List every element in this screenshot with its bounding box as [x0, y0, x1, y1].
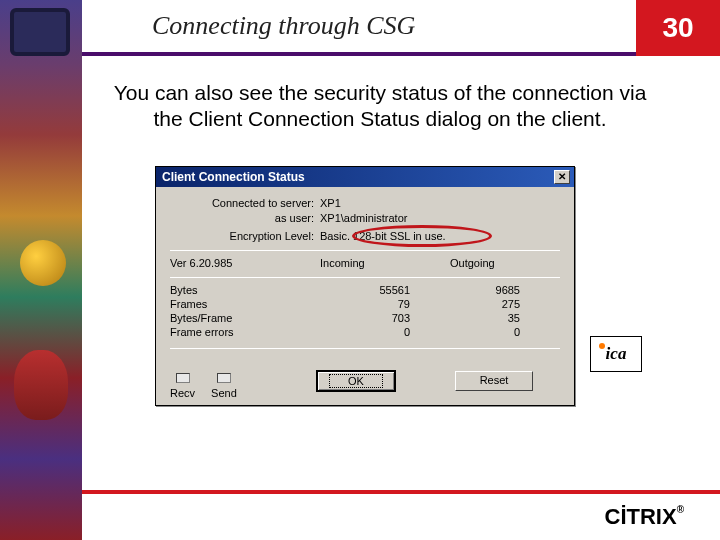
citrix-logo-text: CİTRIX	[605, 504, 677, 529]
stat-name: Frame errors	[170, 326, 320, 338]
column-incoming: Incoming	[320, 257, 450, 269]
registered-mark: ®	[677, 504, 684, 515]
reset-button[interactable]: Reset	[455, 371, 533, 391]
send-led-icon	[217, 373, 231, 383]
slide-body-text: You can also see the security status of …	[100, 80, 660, 133]
stat-incoming: 79	[320, 298, 450, 310]
label-encryption-level: Encryption Level:	[170, 230, 320, 242]
ica-logo-dot-icon	[599, 343, 605, 349]
separator	[170, 250, 560, 251]
separator	[170, 348, 560, 349]
stat-name: Bytes	[170, 284, 320, 296]
stat-incoming: 0	[320, 326, 450, 338]
dialog-title: Client Connection Status	[162, 170, 305, 184]
stat-outgoing: 35	[450, 312, 560, 324]
send-label: Send	[211, 387, 237, 399]
stat-outgoing: 9685	[450, 284, 560, 296]
dialog-titlebar[interactable]: Client Connection Status ✕	[156, 167, 574, 187]
slide-decorative-sidebar	[0, 0, 82, 540]
value-connected-server: XP1	[320, 197, 560, 209]
table-row: Bytes 55561 9685	[170, 284, 560, 296]
stat-outgoing: 0	[450, 326, 560, 338]
client-connection-status-dialog: Client Connection Status ✕ Connected to …	[155, 166, 575, 406]
ica-logo-text: ica	[606, 344, 627, 364]
table-row: Frame errors 0 0	[170, 326, 560, 338]
stat-incoming: 703	[320, 312, 450, 324]
slide-title: Connecting through CSG	[82, 0, 636, 56]
stat-name: Bytes/Frame	[170, 312, 320, 324]
close-button[interactable]: ✕	[554, 170, 570, 184]
slide-number: 30	[636, 0, 720, 56]
slide-footer: CİTRIX®	[82, 490, 720, 540]
ok-button-label: OK	[329, 374, 383, 388]
stat-name: Frames	[170, 298, 320, 310]
slide-header: Connecting through CSG 30	[82, 0, 720, 56]
version-label: Ver 6.20.985	[170, 257, 320, 269]
send-indicator: Send	[211, 373, 237, 399]
value-as-user: XP1\administrator	[320, 212, 560, 224]
recv-label: Recv	[170, 387, 195, 399]
close-icon: ✕	[558, 171, 566, 182]
table-row: Frames 79 275	[170, 298, 560, 310]
value-encryption-level: Basic. 128-bit SSL in use.	[320, 230, 446, 242]
activity-indicators: Recv Send	[170, 373, 237, 399]
stat-outgoing: 275	[450, 298, 560, 310]
ica-logo: ica	[590, 336, 642, 372]
label-as-user: as user:	[170, 212, 320, 224]
stats-header-row: Ver 6.20.985 Incoming Outgoing	[170, 257, 560, 269]
column-outgoing: Outgoing	[450, 257, 560, 269]
recv-indicator: Recv	[170, 373, 195, 399]
sidebar-tv-graphic	[10, 8, 70, 56]
citrix-logo: CİTRIX®	[605, 504, 685, 530]
label-connected-server: Connected to server:	[170, 197, 320, 209]
separator	[170, 277, 560, 278]
ok-button[interactable]: OK	[317, 371, 395, 391]
table-row: Bytes/Frame 703 35	[170, 312, 560, 324]
recv-led-icon	[176, 373, 190, 383]
dialog-body: Connected to server: XP1 as user: XP1\ad…	[156, 187, 574, 405]
stat-incoming: 55561	[320, 284, 450, 296]
